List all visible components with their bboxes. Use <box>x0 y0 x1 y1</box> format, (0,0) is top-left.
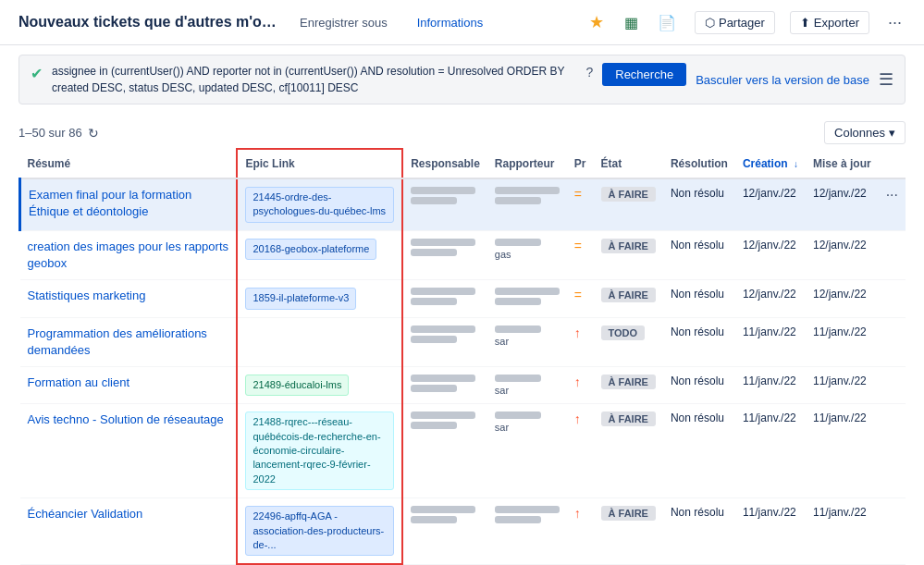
resolution-cell: Non résolu <box>663 404 735 498</box>
status-badge[interactable]: À FAIRE <box>601 239 656 253</box>
responsible-cell <box>402 230 487 279</box>
priority-cell: ↑ <box>567 317 594 366</box>
col-summary[interactable]: Résumé <box>20 149 238 178</box>
more-button[interactable]: ··· <box>884 13 906 32</box>
reporter-cell: sar <box>487 317 567 366</box>
share-icon: ⬡ <box>705 16 715 30</box>
epic-tag[interactable]: 21489-éducaloi-lms <box>245 375 349 396</box>
summary-cell: Examen final pour la formation Éthique e… <box>20 178 238 230</box>
status-cell: À FAIRE <box>594 404 663 498</box>
responsible-user <box>411 239 480 256</box>
epic-tag[interactable]: 20168-geobox-plateforme <box>245 239 376 260</box>
col-status[interactable]: État <box>594 149 663 178</box>
status-badge[interactable]: À FAIRE <box>601 375 656 389</box>
priority-icon: ↑ <box>574 375 581 389</box>
epic-cell: 22496-apffq-AGA - association-des-produc… <box>237 498 402 565</box>
export-button[interactable]: ⬆ Exporter <box>790 11 869 34</box>
blur-line <box>495 239 541 246</box>
status-badge[interactable]: À FAIRE <box>601 288 656 302</box>
help-icon[interactable]: ? <box>585 65 593 80</box>
responsible-user <box>411 325 480 343</box>
summary-link[interactable]: Avis techno - Solution de réseautage <box>28 412 224 426</box>
epic-tag[interactable]: 1859-il-plateforme-v3 <box>245 288 356 309</box>
row-actions-cell <box>879 404 906 419</box>
page-title: Nouveaux tickets que d'autres m'ont as..… <box>18 14 277 31</box>
save-as-button[interactable]: Enregistrer sous <box>292 12 395 33</box>
status-badge[interactable]: À FAIRE <box>601 411 656 426</box>
summary-link[interactable]: Échéancier Validation <box>28 507 143 521</box>
version-link[interactable]: Basculer vers la version de base <box>696 73 869 87</box>
col-responsible[interactable]: Responsable <box>402 149 487 178</box>
priority-icon: = <box>574 288 582 302</box>
blur-line <box>411 298 457 305</box>
col-priority[interactable]: Pr <box>567 149 594 178</box>
update-cell: 12/janv./22 <box>806 230 879 279</box>
table-row: Statistiques marketing1859-il-plateforme… <box>20 280 906 317</box>
info-button[interactable]: Informations <box>410 12 491 33</box>
creation-cell: 11/janv./22 <box>735 366 806 403</box>
reporter-cell <box>487 280 567 317</box>
summary-link[interactable]: Examen final pour la formation Éthique e… <box>29 188 191 218</box>
columns-button[interactable]: Colonnes ▾ <box>824 121 906 144</box>
summary-link[interactable]: Formation au client <box>28 375 130 389</box>
priority-cell: = <box>567 280 594 317</box>
summary-link[interactable]: creation des images pour les rapports ge… <box>28 240 229 270</box>
col-reporter[interactable]: Rapporteur <box>487 149 567 178</box>
epic-tag[interactable]: 21445-ordre-des-psychologues-du-québec-l… <box>245 187 394 223</box>
reporter-user: sar <box>495 411 560 433</box>
epic-tag[interactable]: 22496-apffq-AGA - association-des-produc… <box>245 506 394 556</box>
summary-cell: Formation au client <box>20 366 238 403</box>
doc-icon: 📄 <box>658 14 676 31</box>
summary-link[interactable]: Statistiques marketing <box>28 289 146 302</box>
col-creation[interactable]: Création ↓ <box>735 149 806 178</box>
status-badge[interactable]: TODO <box>601 325 646 340</box>
summary-link[interactable]: Programmation des améliorations demandée… <box>28 326 207 357</box>
responsible-user <box>411 288 480 305</box>
epic-cell <box>237 317 402 366</box>
priority-icon: ↑ <box>574 506 581 521</box>
col-resolution[interactable]: Résolution <box>663 149 735 178</box>
blur-line <box>495 298 541 305</box>
status-badge[interactable]: À FAIRE <box>601 506 656 521</box>
col-epic[interactable]: Epic Link <box>237 149 402 178</box>
summary-cell: creation des images pour les rapports ge… <box>20 230 238 279</box>
doc-button[interactable]: 📄 <box>654 9 680 35</box>
summary-cell: Programmation des améliorations demandée… <box>20 317 238 366</box>
priority-cell: ↑ <box>567 404 594 498</box>
row-more-button[interactable]: ··· <box>886 187 898 203</box>
priority-icon: ↑ <box>574 325 581 340</box>
reporter-user <box>495 187 560 204</box>
update-cell: 12/janv./22 <box>806 280 879 317</box>
blur-line <box>495 516 541 523</box>
creation-cell: 11/janv./22 <box>735 498 806 565</box>
creation-cell: 11/janv./22 <box>735 404 806 498</box>
epic-cell: 1859-il-plateforme-v3 <box>237 280 402 317</box>
update-cell: 12/janv./22 <box>806 178 879 230</box>
blur-line <box>495 325 541 333</box>
blur-line <box>411 288 475 295</box>
chevron-down-icon: ▾ <box>889 126 895 140</box>
epic-tag[interactable]: 21488-rqrec---réseau-québécois-de-recher… <box>245 411 394 490</box>
creation-cell: 11/janv./22 <box>735 317 806 366</box>
refresh-icon[interactable]: ↻ <box>88 126 99 141</box>
resolution-cell: Non résolu <box>663 366 735 403</box>
col-update[interactable]: Mise à jour <box>806 149 879 178</box>
search-button[interactable]: Recherche <box>602 63 686 86</box>
filter-menu-button[interactable]: ☰ <box>879 69 893 90</box>
star-button[interactable]: ★ <box>584 9 610 35</box>
reporter-user <box>495 288 560 305</box>
blur-line <box>495 197 541 204</box>
excel-button[interactable]: ▦ <box>619 9 645 35</box>
status-badge[interactable]: À FAIRE <box>601 187 656 202</box>
blur-line <box>495 411 541 419</box>
table-row: Programmation des améliorations demandée… <box>20 317 906 366</box>
update-cell: 11/janv./22 <box>806 366 879 403</box>
priority-cell: ↑ <box>567 366 594 403</box>
share-button[interactable]: ⬡ Partager <box>695 11 775 34</box>
filter-text: assignee in (currentUser()) AND reporter… <box>52 63 576 96</box>
responsible-user <box>411 187 480 204</box>
responsible-user <box>411 411 480 429</box>
blur-line <box>495 187 560 194</box>
header-icons: ★ ▦ 📄 <box>584 9 680 35</box>
blur-line <box>411 325 475 333</box>
